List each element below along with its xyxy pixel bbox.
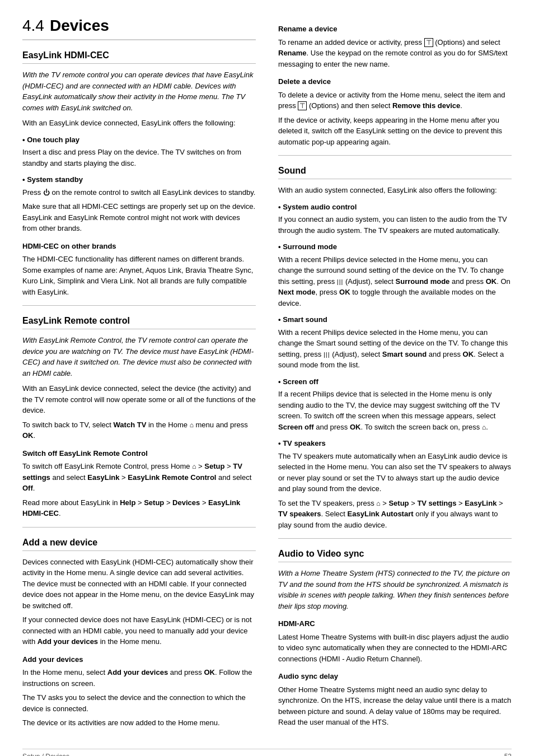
- section-easylink-remote-header: EasyLink Remote control: [22, 316, 256, 329]
- home-icon-4: ⌂: [376, 500, 380, 507]
- bullet-system-standby-header: • System standby: [22, 174, 256, 185]
- switch-off-easylink-header: Switch off EasyLink Remote Control: [22, 448, 256, 459]
- easylink-helplink: Read more about EasyLink in Help > Setup…: [22, 497, 256, 519]
- easylink-para1: With an EasyLink device connected, EasyL…: [22, 118, 256, 129]
- footer-left: Setup / Devices: [22, 753, 69, 757]
- divider-2: [22, 527, 256, 528]
- footer-right: 53: [504, 753, 512, 757]
- surround-mode-header: • Surround mode: [278, 241, 512, 253]
- power-icon: ⏻: [43, 188, 50, 198]
- page-container: 4.4Devices EasyLink HDMI-CEC With the TV…: [22, 17, 512, 732]
- tv-speakers-header: • TV speakers: [278, 438, 512, 449]
- hdmi-cec-brands-header: HDMI-CEC on other brands: [22, 241, 256, 252]
- easylink-para2: Make sure that all HDMI-CEC settings are…: [22, 201, 256, 234]
- add-your-devices-text2: The TV asks you to select the device and…: [22, 692, 256, 714]
- home-icon-2: ⌂: [192, 463, 196, 470]
- easylink-remote-intro: With EasyLink Remote Control, the TV rem…: [22, 335, 256, 379]
- delete-device-header: Delete a device: [278, 76, 512, 87]
- audio-video-intro: With a Home Theatre System (HTS) connect…: [278, 568, 512, 612]
- add-your-devices-header: Add your devices: [22, 654, 256, 665]
- delete-device-text1: To delete a device or activity from the …: [278, 90, 512, 111]
- bullet-system-standby-text: Press ⏻ on the remote control to switch …: [22, 187, 256, 198]
- divider-1: [22, 305, 256, 306]
- hdmi-arc-text: Latest Home Theatre Systems with built-i…: [278, 632, 512, 665]
- adjust-icon-2: |||: [324, 350, 330, 360]
- tv-speakers-text: The TV speakers mute automatically when …: [278, 451, 512, 494]
- bullet-one-touch-text: Insert a disc and press Play on the devi…: [22, 147, 256, 169]
- right-column: Rename a device To rename an added devic…: [278, 17, 512, 732]
- audio-sync-delay-header: Audio sync delay: [278, 671, 512, 682]
- bullet-one-touch-header: • One touch play: [22, 134, 256, 146]
- easylink-intro: With the TV remote control you can opera…: [22, 69, 256, 113]
- divider-4: [278, 538, 512, 539]
- rename-device-header: Rename a device: [278, 24, 512, 35]
- system-audio-control-text: If you connect an audio system, you can …: [278, 214, 512, 236]
- screen-off-header: • Screen off: [278, 376, 512, 388]
- tv-speakers-setting: To set the TV speakers, press ⌂ > Setup …: [278, 498, 512, 531]
- options-icon-2: ⊤: [298, 101, 307, 110]
- page-footer: Setup / Devices 53: [22, 749, 512, 757]
- system-audio-control-header: • System audio control: [278, 202, 512, 213]
- smart-sound-header: • Smart sound: [278, 314, 512, 325]
- page-title: Devices: [50, 17, 109, 34]
- rename-device-text: To rename an added device or activity, p…: [278, 37, 512, 70]
- switch-off-easylink-text: To switch off EasyLink Remote Control, p…: [22, 461, 256, 494]
- easylink-remote-para1: With an EasyLink device connected, selec…: [22, 383, 256, 416]
- options-icon: ⊤: [424, 38, 433, 47]
- add-device-para2: If your connected device does not have E…: [22, 614, 256, 647]
- home-icon-3: ⌂: [482, 423, 486, 431]
- sound-intro: With an audio system connected, EasyLink…: [278, 185, 512, 196]
- home-icon: ⌂: [190, 421, 194, 429]
- page-number-prefix: 4.4: [22, 17, 44, 34]
- add-your-devices-text3: The device or its activities are now add…: [22, 717, 256, 729]
- add-device-para1: Devices connected with EasyLink (HDMI-CE…: [22, 557, 256, 612]
- section-audio-video-header: Audio to Video sync: [278, 549, 512, 562]
- smart-sound-text: With a recent Philips device selected in…: [278, 327, 512, 371]
- easylink-remote-para2: To switch back to TV, select Watch TV in…: [22, 419, 256, 441]
- adjust-icon: |||: [337, 277, 344, 287]
- surround-mode-text: With a recent Philips device selected in…: [278, 254, 512, 309]
- section-sound-header: Sound: [278, 166, 512, 179]
- hdmi-cec-brands-text: The HDMI-CEC functionality has different…: [22, 254, 256, 297]
- audio-sync-delay-text: Other Home Theatre Systems might need an…: [278, 684, 512, 728]
- section-add-device-header: Add a new device: [22, 538, 256, 551]
- page-title-section: 4.4Devices: [22, 17, 256, 40]
- hdmi-arc-header: HDMI-ARC: [278, 618, 512, 629]
- delete-device-text2: If the device or activity, keeps appeari…: [278, 115, 512, 148]
- divider-3: [278, 155, 512, 156]
- add-your-devices-text1: In the Home menu, select Add your device…: [22, 667, 256, 689]
- left-column: 4.4Devices EasyLink HDMI-CEC With the TV…: [22, 17, 256, 732]
- section-easylink-hdmi-header: EasyLink HDMI-CEC: [22, 50, 256, 64]
- screen-off-text: If a recent Philips device that is selec…: [278, 389, 512, 432]
